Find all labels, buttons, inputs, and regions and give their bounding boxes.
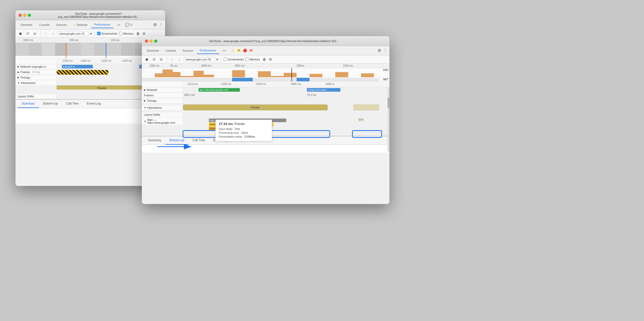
scrollbar-v-2[interactable] (387, 87, 389, 152)
chevron-main-2[interactable]: ▼ (144, 120, 146, 123)
bottom-content-2 (142, 145, 389, 153)
track-label-frames-1: ▶ Frames 8.3 ms (15, 70, 57, 74)
maximize-button-2[interactable] (154, 40, 157, 43)
tab-console-1[interactable]: Console (36, 22, 53, 28)
chevron-frames-1[interactable]: ▶ (18, 71, 19, 73)
settings-icon-2[interactable]: ⚙ (378, 48, 381, 53)
tab-sources-2[interactable]: Sources (180, 48, 196, 54)
track-interactions-2: ▼ Interactions Pointer (142, 104, 389, 112)
mini-bar-1 (358, 119, 359, 121)
net-wave-2 (142, 78, 379, 81)
tab-more-2[interactable]: >> (220, 48, 229, 54)
timeline-tracks-2: ▶ Network gen_204 (www.google.com) image… (142, 87, 389, 136)
pointer-bar-1[interactable]: Pointer (57, 85, 147, 90)
rtick2-1: -3110 ms (187, 83, 198, 85)
screenshots-checkbox-1[interactable]: Screenshots (97, 32, 117, 35)
clear-btn-2[interactable]: ⊘ (158, 57, 164, 62)
time-marker-2 (106, 43, 106, 58)
thumb-8 (108, 43, 120, 56)
bottom-tab-summary-1[interactable]: Summary (18, 100, 39, 108)
tab-console-2[interactable]: Console (162, 48, 179, 54)
rtick2-2: -3105 ms (221, 83, 231, 85)
chevron-timings-2[interactable]: ▶ (144, 99, 146, 102)
chevron-interactions-1[interactable]: ▼ (18, 82, 20, 84)
track-content-interactions-2: Pointer (183, 104, 389, 112)
url-box-1[interactable]: www.google.com #1 (58, 31, 88, 36)
reload-btn-1[interactable]: ↺ (25, 31, 30, 36)
chevron-timings-1[interactable]: ▶ (18, 76, 19, 79)
download-btn-1[interactable]: ↓ (50, 31, 56, 36)
chevron-network-1[interactable]: ▶ (18, 65, 19, 68)
mini-bar-4 (362, 119, 362, 121)
net-bar-2 (297, 78, 309, 81)
close-button-1[interactable] (19, 14, 22, 17)
track-label-frames-2: Frames (142, 93, 183, 97)
dropdown-icon-1[interactable]: ▾ (90, 32, 92, 36)
warn-count-2: 41 (236, 48, 242, 53)
pointer-stub-2[interactable] (353, 105, 379, 110)
record-btn-1[interactable]: ⏺ (18, 31, 23, 36)
upload-btn-1[interactable]: ↑ (43, 31, 49, 36)
bottom-tab-calltree-2[interactable]: Call Tree (189, 136, 209, 145)
tooltip-val-3: 3.098ms (244, 135, 255, 138)
traffic-lights-2[interactable] (145, 40, 157, 43)
tab-elements-2[interactable]: Elements (144, 48, 162, 54)
ruler-tick-3: 220 ms (111, 39, 119, 42)
maximize-button-1[interactable] (28, 14, 31, 17)
minimize-button-2[interactable] (150, 40, 153, 43)
bottom-tab-eventlog-1[interactable]: Event Log (83, 100, 105, 108)
chat-icon-1: 💬 (125, 23, 129, 27)
divider-2 (94, 31, 95, 36)
rtick-4: -1200 ms (121, 59, 132, 62)
bottom-tab-bottomup-2[interactable]: Bottom-Up (165, 136, 188, 145)
dropdown-icon-2[interactable]: ▾ (216, 57, 218, 61)
settings2-icon-1[interactable]: ⚙ (142, 32, 146, 36)
settings3-icon-2[interactable]: ⚙ (269, 57, 272, 61)
trash-icon-2[interactable]: 🗑 (263, 57, 266, 61)
chevron-interactions-2[interactable]: ▼ (144, 106, 146, 109)
window-title-1: DevTools - www.google.com/search?sca_esv… (35, 12, 162, 18)
tooltip-key-3: Presentation delay (219, 135, 242, 138)
tooltip-row-presentation: Presentation delay 3.098ms (219, 135, 269, 138)
bottom-tab-calltree-1[interactable]: Call Tree (62, 100, 83, 108)
track-label-layout-shifts-1: Layout Shifts (15, 94, 57, 98)
track-label-layout-shifts-2: Layout Shifts (142, 113, 183, 117)
tab-performance-2[interactable]: Performance (197, 47, 219, 54)
frames-time-1: 8.3 ms (32, 71, 40, 74)
reload-btn-2[interactable]: ↺ (151, 57, 157, 62)
download-btn-2[interactable]: ↓ (177, 57, 182, 62)
tab-elements-1[interactable]: Elements (18, 22, 36, 28)
rtick-3: -1202 ms (101, 59, 111, 62)
pointer-bar-2[interactable]: Pointer (183, 105, 328, 110)
scroll-thumb-2[interactable] (388, 98, 389, 108)
screenshots-checkbox-2[interactable]: Screenshots (224, 58, 244, 61)
more-icon-1[interactable]: ⋮ (159, 22, 163, 27)
tab-network-1[interactable]: ⚠ Network (70, 21, 91, 28)
timeline-cursor-2 (291, 68, 292, 82)
tab-performance-1[interactable]: Performance (91, 21, 113, 28)
bottom-tab-summary-2[interactable]: Summary (144, 136, 165, 145)
chevron-network-2[interactable]: ▶ (144, 89, 146, 91)
trash-icon-1[interactable]: 🗑 (136, 32, 140, 36)
minimize-button-1[interactable] (23, 14, 26, 17)
bottom-tab-bottomup-1[interactable]: Bottom-Up (39, 100, 62, 108)
upload-btn-2[interactable]: ↑ (169, 57, 175, 62)
more-icon-2[interactable]: ⋮ (383, 48, 387, 53)
memory-checkbox-2[interactable]: Memory (245, 58, 260, 61)
settings-icon-1[interactable]: ⚙ (153, 22, 157, 27)
net-label-2: NET (383, 78, 388, 81)
track-label-main-2: ▼ Main — https://www.google.com/ (142, 118, 183, 125)
tab-more-1[interactable]: >> (114, 22, 124, 28)
clear-btn-1[interactable]: ⊘ (32, 31, 38, 36)
record-btn-2[interactable]: ⏺ (144, 57, 150, 62)
tab-sources-1[interactable]: Sources (53, 22, 70, 28)
close-button-2[interactable] (145, 40, 148, 43)
ruler-tick-1: 1000 ms (23, 39, 33, 42)
rtick2-5: -3090 m (325, 83, 335, 85)
memory-checkbox-1[interactable]: Memory (119, 32, 134, 35)
track-content-layout-shifts-2 (183, 112, 389, 117)
ruler-tick-2: 300 ms (70, 39, 78, 42)
badge-count-1: 3 (131, 23, 132, 26)
url-box-2[interactable]: www.google.com #5 (184, 57, 215, 62)
traffic-lights-1[interactable] (19, 14, 31, 17)
